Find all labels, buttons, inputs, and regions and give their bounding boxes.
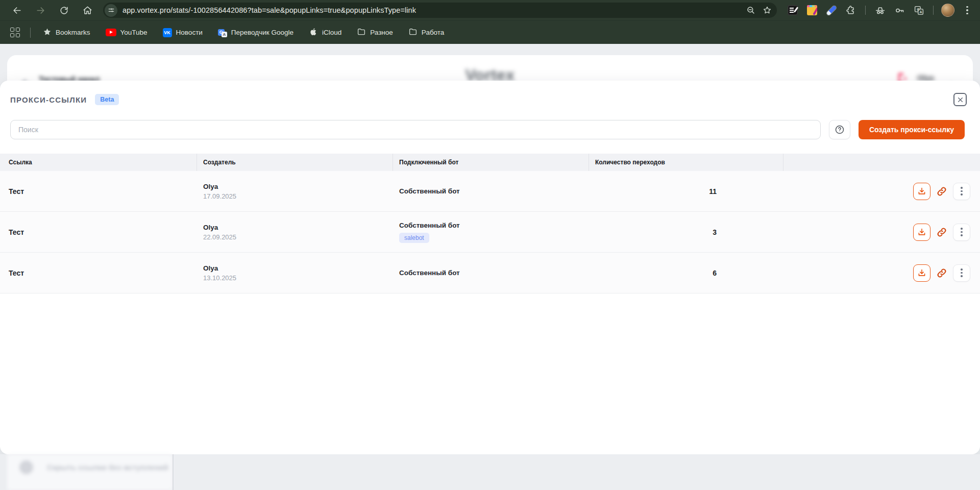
- download-icon: [917, 187, 926, 196]
- salebot-badge: salebot: [399, 233, 429, 243]
- close-icon[interactable]: [953, 93, 967, 106]
- notepad-extension-icon[interactable]: [785, 3, 800, 18]
- column-header-bot: Подключенный бот: [393, 154, 589, 171]
- create-proxy-link-button[interactable]: Создать прокси-ссылку: [859, 120, 965, 139]
- bookmark-news[interactable]: VK Новости: [158, 26, 208, 40]
- search-input[interactable]: [10, 120, 821, 139]
- bookmark-label: YouTube: [120, 29, 148, 36]
- bookmark-star-icon[interactable]: [763, 6, 772, 15]
- browser-menu-icon[interactable]: [960, 3, 975, 18]
- bookmark-google-translate[interactable]: GA Переводчик Google: [213, 26, 299, 40]
- password-key-icon[interactable]: [892, 3, 907, 18]
- youtube-icon: [106, 29, 116, 36]
- question-circle-icon: [835, 125, 845, 135]
- download-icon: [917, 268, 926, 278]
- modal-title: ПРОКСИ-ССЫЛКИ: [10, 95, 87, 104]
- profile-avatar[interactable]: [940, 3, 955, 18]
- site-settings-icon[interactable]: [105, 4, 117, 17]
- link-icon: [936, 227, 947, 238]
- google-translate-icon: GA: [218, 28, 227, 37]
- more-menu-button[interactable]: [953, 264, 970, 282]
- bot-name: Собственный бот: [399, 269, 589, 277]
- star-icon: [43, 28, 52, 38]
- more-menu-button[interactable]: [953, 224, 970, 241]
- modal-toolbar: Создать прокси-ссылку: [10, 120, 965, 139]
- more-menu-button[interactable]: [953, 183, 970, 200]
- back-icon[interactable]: [8, 2, 26, 19]
- browser-toolbar: app.vortex.pro/stats/-1002856442086?tab=…: [0, 0, 980, 20]
- toolbar-divider: [933, 6, 934, 15]
- home-icon[interactable]: [79, 2, 96, 19]
- toolbar-divider: [865, 6, 866, 15]
- vk-icon: VK: [163, 28, 172, 37]
- creator-date: 22.09.2025: [203, 233, 393, 241]
- row-actions: [783, 264, 980, 282]
- creator-cell: Olya 17.09.2025: [197, 183, 393, 200]
- copy-link-button[interactable]: [935, 226, 948, 239]
- bookmark-bookmarks[interactable]: Bookmarks: [38, 25, 95, 40]
- bot-cell: Собственный бот: [393, 187, 589, 195]
- table-row: Тест Olya 17.09.2025 Собственный бот 11: [0, 171, 980, 212]
- help-button[interactable]: [829, 120, 850, 139]
- row-actions: [783, 224, 980, 241]
- bookmark-folder-raznoe[interactable]: Разное: [352, 24, 398, 40]
- bookmark-label: iCloud: [322, 29, 341, 36]
- bookmark-folder-rabota[interactable]: Работа: [403, 24, 450, 40]
- copy-link-button[interactable]: [935, 185, 948, 198]
- table-row: Тест Olya 13.10.2025 Собственный бот 6: [0, 253, 980, 293]
- proxy-links-modal: ПРОКСИ-ССЫЛКИ Beta Создать прокси-ссылку…: [0, 81, 980, 454]
- bookmark-label: Работа: [422, 29, 445, 36]
- incognito-icon[interactable]: [872, 3, 888, 18]
- link-cell: Тест: [0, 187, 197, 195]
- creator-name: Olya: [203, 224, 393, 231]
- bookmark-label: Новости: [176, 29, 203, 36]
- bookmark-youtube[interactable]: YouTube: [101, 26, 153, 39]
- apple-icon: [309, 27, 318, 38]
- pen-extension-icon[interactable]: [824, 3, 839, 18]
- reload-icon[interactable]: [55, 2, 72, 19]
- translate-icon[interactable]: GA: [911, 3, 926, 18]
- extensions-puzzle-icon[interactable]: [843, 3, 859, 18]
- download-button[interactable]: [913, 183, 930, 200]
- page-viewport: Тестовый канал Vortex Olya ПРОКСИ-ССЫЛКИ…: [0, 44, 980, 490]
- copy-link-button[interactable]: [935, 266, 948, 280]
- link-icon: [936, 186, 947, 197]
- forward-icon[interactable]: [32, 2, 49, 19]
- apps-grid-icon[interactable]: [7, 25, 23, 40]
- creator-name: Olya: [203, 183, 393, 190]
- bookmark-label: Разное: [370, 29, 393, 36]
- bot-cell: Собственный бот salebot: [393, 222, 589, 243]
- url-text[interactable]: app.vortex.pro/stats/-1002856442086?tab=…: [122, 6, 741, 14]
- download-button[interactable]: [913, 224, 930, 241]
- bookmark-label: Переводчик Google: [231, 29, 293, 36]
- bookmarks-bar: Bookmarks YouTube VK Новости GA Переводч…: [0, 20, 980, 44]
- background-bottom-panel: Скрыть ссылки без вступлений: [7, 454, 173, 490]
- bookmark-icloud[interactable]: iCloud: [304, 24, 347, 40]
- zoom-out-icon[interactable]: [746, 6, 755, 15]
- notes-extension-icon[interactable]: [804, 3, 820, 18]
- creator-date: 17.09.2025: [203, 192, 393, 200]
- column-header-link: Ссылка: [0, 154, 197, 171]
- creator-date: 13.10.2025: [203, 274, 393, 282]
- table-row: Тест Olya 22.09.2025 Собственный бот sal…: [0, 212, 980, 253]
- svg-text:A: A: [919, 10, 922, 14]
- bookmarks-divider: [30, 28, 31, 38]
- bot-cell: Собственный бот: [393, 269, 589, 277]
- table-header: Ссылка Создатель Подключенный бот Количе…: [0, 154, 980, 171]
- bookmark-label: Bookmarks: [56, 29, 90, 36]
- address-bar[interactable]: app.vortex.pro/stats/-1002856442086?tab=…: [103, 3, 777, 18]
- link-cell: Тест: [0, 269, 197, 277]
- link-icon: [936, 267, 947, 279]
- transitions-cell: 11: [589, 187, 783, 195]
- background-bottom-strip: Скрыть ссылки без вступлений: [0, 454, 980, 490]
- beta-badge: Beta: [95, 94, 119, 105]
- folder-icon: [408, 27, 418, 38]
- background-divider: [173, 454, 174, 490]
- creator-name: Olya: [203, 264, 393, 272]
- modal-header: ПРОКСИ-ССЫЛКИ Beta: [0, 81, 980, 106]
- info-circle-icon: [19, 460, 33, 474]
- bot-name: Собственный бот: [399, 187, 589, 195]
- download-button[interactable]: [913, 264, 930, 282]
- background-hint-text: Скрыть ссылки без вступлений: [47, 463, 168, 472]
- download-icon: [917, 228, 926, 237]
